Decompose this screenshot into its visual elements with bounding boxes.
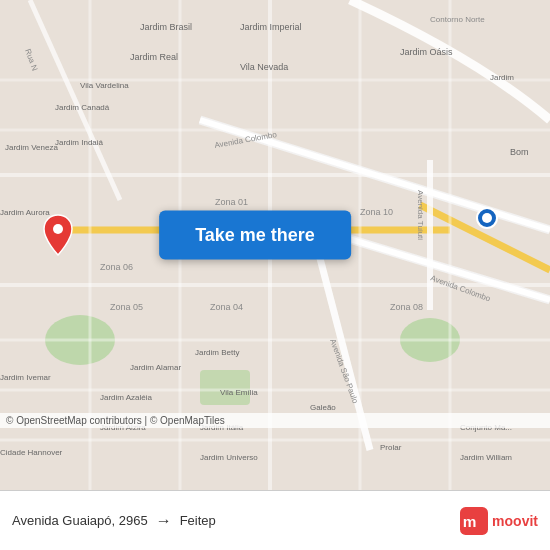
svg-text:Bom: Bom <box>510 147 529 157</box>
svg-text:Zona 05: Zona 05 <box>110 302 143 312</box>
svg-text:Jardim Brasil: Jardim Brasil <box>140 22 192 32</box>
map-container: Jardim Brasil Jardim Imperial Jardim Rea… <box>0 0 550 490</box>
arrow-icon: → <box>156 512 172 530</box>
moovit-brand-text: moovit <box>492 513 538 529</box>
svg-text:Jardim Ivemar: Jardim Ivemar <box>0 373 51 382</box>
svg-text:Jardim Oásis: Jardim Oásis <box>400 47 453 57</box>
svg-text:Jardim Azaléia: Jardim Azaléia <box>100 393 153 402</box>
route-info: Avenida Guaiapó, 2965 → Feitep <box>12 512 460 530</box>
svg-text:Cidade Hannover: Cidade Hannover <box>0 448 63 457</box>
svg-text:m: m <box>463 512 477 529</box>
svg-text:Vila Vardelina: Vila Vardelina <box>80 81 129 90</box>
svg-text:Vila Nevada: Vila Nevada <box>240 62 288 72</box>
destination-text: Feitep <box>180 513 216 528</box>
bottom-bar: Avenida Guaiapó, 2965 → Feitep m moovit <box>0 490 550 550</box>
svg-text:Jardim Betty: Jardim Betty <box>195 348 239 357</box>
svg-text:Jardim Real: Jardim Real <box>130 52 178 62</box>
svg-text:Zona 10: Zona 10 <box>360 207 393 217</box>
svg-text:Jardim Imperial: Jardim Imperial <box>240 22 302 32</box>
moovit-logo: m moovit <box>460 507 538 535</box>
map-attribution: © OpenStreetMap contributors | © OpenMap… <box>0 413 550 428</box>
svg-text:Contorno Norte: Contorno Norte <box>430 15 485 24</box>
svg-text:Jardim Alamar: Jardim Alamar <box>130 363 181 372</box>
svg-text:Galeão: Galeão <box>310 403 336 412</box>
svg-text:Zona 08: Zona 08 <box>390 302 423 312</box>
moovit-logo-icon: m <box>460 507 488 535</box>
svg-text:Zona 01: Zona 01 <box>215 197 248 207</box>
svg-text:Jardim Veneza: Jardim Veneza <box>5 143 58 152</box>
svg-text:Jardim: Jardim <box>490 73 514 82</box>
origin-text: Avenida Guaiapó, 2965 <box>12 513 148 528</box>
svg-text:Avenida Tuiuti: Avenida Tuiuti <box>416 190 425 240</box>
svg-text:Vila Emília: Vila Emília <box>220 388 258 397</box>
svg-text:Zona 06: Zona 06 <box>100 262 133 272</box>
svg-point-63 <box>482 213 492 223</box>
attribution-text: © OpenStreetMap contributors | © OpenMap… <box>6 415 225 426</box>
svg-text:Prolar: Prolar <box>380 443 402 452</box>
take-me-there-button[interactable]: Take me there <box>159 211 351 260</box>
svg-point-65 <box>53 224 63 234</box>
svg-text:Jardim Indaiá: Jardim Indaiá <box>55 138 104 147</box>
svg-text:Jardim William: Jardim William <box>460 453 512 462</box>
svg-text:Zona 04: Zona 04 <box>210 302 243 312</box>
svg-text:Jardim Canadá: Jardim Canadá <box>55 103 110 112</box>
svg-text:Jardim Aurora: Jardim Aurora <box>0 208 50 217</box>
svg-text:Jardim Universo: Jardim Universo <box>200 453 258 462</box>
